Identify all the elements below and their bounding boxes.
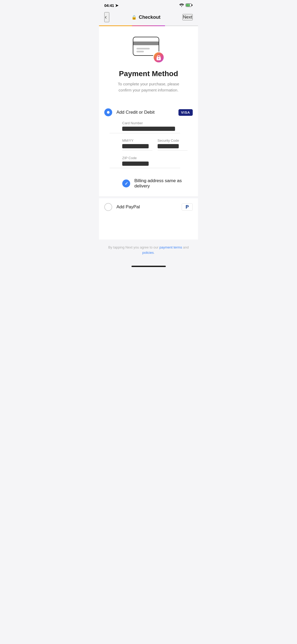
footer: By tapping Next you agree to our payment… <box>99 240 198 263</box>
next-button[interactable]: Next <box>182 14 193 20</box>
payment-method-title: Payment Method <box>119 70 178 78</box>
billing-checkbox[interactable]: ✓ <box>122 180 130 187</box>
footer-middle-text: and <box>182 245 189 249</box>
zip-code-field: ZIP Code <box>122 156 187 168</box>
card-form: Card Number MM/YY Security Code <box>104 121 193 196</box>
paypal-header[interactable]: Add PayPal P <box>104 198 193 216</box>
footer-text: By tapping Next you agree to our payment… <box>104 245 193 255</box>
checkout-title: Checkout <box>139 15 161 20</box>
paypal-radio[interactable] <box>104 203 112 211</box>
hero-icon <box>133 37 164 63</box>
footer-pre-text: By tapping Next you agree to our <box>108 245 159 249</box>
lock-badge <box>153 52 164 63</box>
status-time: 04:41 ➤ <box>104 3 118 8</box>
footer-end-text: . <box>154 251 155 255</box>
wifi-icon <box>179 3 184 8</box>
section-divider <box>99 196 198 198</box>
paypal-badge: P <box>182 203 193 211</box>
credit-card-option: Add Credit or Debit VISA Card Number MM/ <box>99 104 198 196</box>
home-indicator <box>99 263 198 269</box>
billing-address-row[interactable]: ✓ Billing address same as delivery <box>122 173 187 194</box>
checkout-lock-icon: 🔒 <box>131 15 137 20</box>
security-code-field: Security Code <box>158 139 188 151</box>
billing-address-label: Billing address same as delivery <box>134 178 182 189</box>
visa-badge: VISA <box>178 109 193 116</box>
back-button[interactable]: ‹ <box>104 12 109 22</box>
security-code-label: Security Code <box>158 139 188 142</box>
svg-rect-2 <box>192 4 192 6</box>
card-line-long <box>136 48 150 49</box>
zip-code-divider <box>110 168 180 168</box>
card-number-field: Card Number <box>122 121 187 133</box>
card-number-label: Card Number <box>122 121 187 125</box>
credit-card-header[interactable]: Add Credit or Debit VISA <box>104 104 193 121</box>
svg-point-5 <box>158 58 159 59</box>
battery-icon <box>186 3 193 8</box>
payment-terms-link[interactable]: payment terms <box>159 245 182 249</box>
home-bar <box>131 266 166 267</box>
zip-code-value-redacted[interactable] <box>122 162 149 166</box>
credit-card-radio[interactable] <box>104 108 112 116</box>
security-code-value-redacted[interactable] <box>158 144 179 148</box>
payment-options: Add Credit or Debit VISA Card Number MM/ <box>99 101 198 240</box>
svg-point-0 <box>181 6 182 7</box>
nav-title: 🔒 Checkout <box>131 15 161 20</box>
card-number-value-redacted[interactable] <box>122 127 175 131</box>
paypal-p-icon: P <box>186 204 189 210</box>
bottom-spacer <box>99 216 198 237</box>
zip-code-label: ZIP Code <box>122 156 187 160</box>
payment-method-subtitle: To complete your purchase, please confir… <box>112 81 186 93</box>
expiry-label: MM/YY <box>122 139 152 142</box>
card-line-short <box>136 51 144 52</box>
expiry-field: MM/YY <box>122 139 152 151</box>
nav-bar: ‹ 🔒 Checkout Next <box>99 10 198 25</box>
credit-card-label: Add Credit or Debit <box>116 110 174 115</box>
hero-section: Payment Method To complete your purchase… <box>99 26 198 101</box>
policies-link[interactable]: policies <box>142 251 154 255</box>
status-icons <box>179 3 193 8</box>
paypal-option: Add PayPal P <box>99 198 198 216</box>
expiry-security-row: MM/YY Security Code <box>122 139 187 151</box>
status-bar: 04:41 ➤ <box>99 0 198 10</box>
checkmark-icon: ✓ <box>125 181 128 186</box>
card-number-divider <box>110 133 180 133</box>
expiry-value-redacted[interactable] <box>122 144 149 148</box>
card-stripe <box>133 42 159 45</box>
lock-badge-inner <box>154 53 163 62</box>
expiry-divider <box>122 150 152 151</box>
security-code-divider <box>158 150 188 151</box>
paypal-label: Add PayPal <box>116 204 177 210</box>
